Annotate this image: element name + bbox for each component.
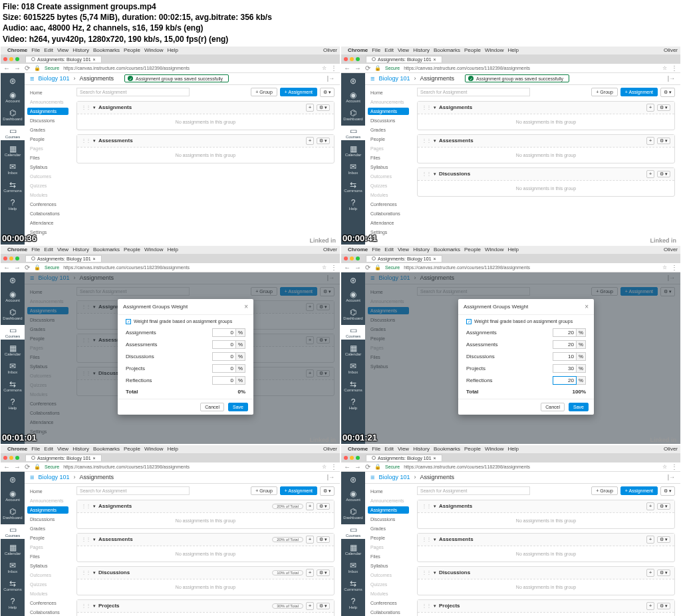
- add-icon[interactable]: +: [306, 104, 314, 112]
- frame-3: 00:01:01 ChromeFileEditViewHistoryBookma…: [0, 245, 340, 445]
- tab-favicon: [31, 57, 35, 61]
- frame-6: 00:02:00 ChromeFileEditViewHistoryBookma…: [340, 445, 681, 616]
- bookmark-icon[interactable]: ☆: [322, 65, 327, 71]
- course-link[interactable]: Biology 101: [38, 75, 69, 82]
- course-nav[interactable]: HomeAnnouncementsAssignmentsDiscussionsG…: [25, 85, 71, 245]
- rail-courses[interactable]: ▭Courses: [1, 126, 25, 140]
- lock-icon[interactable]: 🔒: [34, 65, 41, 71]
- rail-commons[interactable]: ⇆Commons: [1, 179, 25, 194]
- menu-icon[interactable]: ⋮: [331, 64, 337, 72]
- forward-icon: →: [14, 64, 21, 72]
- linkedin-watermark: Linked in: [309, 237, 336, 244]
- check-icon: ✓: [128, 76, 133, 81]
- close-icon[interactable]: ×: [244, 303, 248, 310]
- add-assignment-button[interactable]: + Assignment: [280, 88, 317, 96]
- cancel-button[interactable]: Cancel: [200, 403, 224, 411]
- hamburger-icon[interactable]: ≡: [30, 74, 34, 82]
- weight-input[interactable]: 0: [212, 328, 236, 337]
- search-input[interactable]: Search for Assignment: [76, 88, 190, 96]
- reload-icon[interactable]: ⟳: [25, 64, 30, 72]
- frame-2: 00:00:41 ChromeFileEditViewHistoryBookma…: [340, 46, 681, 245]
- frame-1: 00:00:36 ChromeFileEditViewHistoryBookma…: [0, 46, 340, 245]
- mac-menubar[interactable]: ChromeFileEditViewHistoryBookmarksPeople…: [1, 47, 340, 54]
- assignment-group: ⋮⋮▾Assessments+⚙ ▾ No assignments in thi…: [76, 134, 335, 163]
- success-banner: ✓Assignment group was saved successfully: [124, 74, 229, 82]
- close-window-icon[interactable]: [3, 57, 7, 61]
- maximize-window-icon[interactable]: [15, 57, 19, 61]
- weight-pill: 20% of Total: [272, 504, 303, 509]
- close-tab-icon[interactable]: ×: [93, 57, 96, 62]
- timestamp: 00:00:36: [2, 233, 37, 243]
- assignment-group: ⋮⋮▾Assignments+⚙ ▾ No assignments in thi…: [76, 101, 335, 130]
- minimize-window-icon[interactable]: [9, 57, 13, 61]
- file-metadata: File: 018 Create assignment groups.mp4 S…: [0, 0, 681, 46]
- weight-checkbox[interactable]: ✓: [126, 319, 131, 324]
- rail-calendar[interactable]: ▦Calendar: [1, 144, 25, 158]
- rail-dashboard[interactable]: ⌬Dashboard: [1, 108, 25, 122]
- browser-tab[interactable]: Assignments: Biology 101×: [25, 56, 102, 62]
- rail-help[interactable]: ?Help: [1, 197, 25, 212]
- expand-icon[interactable]: |→: [327, 75, 335, 82]
- collapse-icon[interactable]: ▾: [93, 105, 96, 110]
- rail-inbox[interactable]: ✉Inbox: [1, 161, 25, 176]
- group-gear-icon[interactable]: ⚙ ▾: [317, 104, 330, 111]
- weights-modal: Assignment Groups Weight× ✓Weight final …: [118, 299, 253, 415]
- url-bar[interactable]: ←→⟳ 🔒Secure https://canvas.instructure.c…: [1, 64, 340, 73]
- breadcrumb: ≡ Biology 101›Assignments ✓Assignment gr…: [25, 73, 340, 85]
- settings-gear-icon[interactable]: ⚙ ▾: [320, 88, 335, 97]
- add-group-button[interactable]: + Group: [251, 88, 277, 96]
- back-icon[interactable]: ←: [3, 64, 10, 72]
- global-nav-rail[interactable]: ⊛ ◉Account ⌬Dashboard ▭Courses ▦Calendar…: [1, 73, 25, 245]
- save-button[interactable]: Save: [228, 403, 248, 411]
- drag-handle-icon[interactable]: ⋮⋮: [81, 104, 90, 110]
- browser-tabbar[interactable]: Assignments: Biology 101×: [1, 54, 340, 64]
- frame-5: 00:01:41 ChromeFileEditViewHistoryBookma…: [0, 445, 340, 616]
- thumbnail-grid: 00:00:36 ChromeFileEditViewHistoryBookma…: [0, 46, 681, 616]
- rail-logo[interactable]: ⊛: [1, 76, 25, 86]
- frame-4: 00:01:21 ChromeFileEditViewHistoryBookma…: [340, 245, 681, 445]
- modal-title: Assignment Groups Weight: [123, 304, 188, 310]
- rail-account[interactable]: ◉Account: [1, 90, 25, 104]
